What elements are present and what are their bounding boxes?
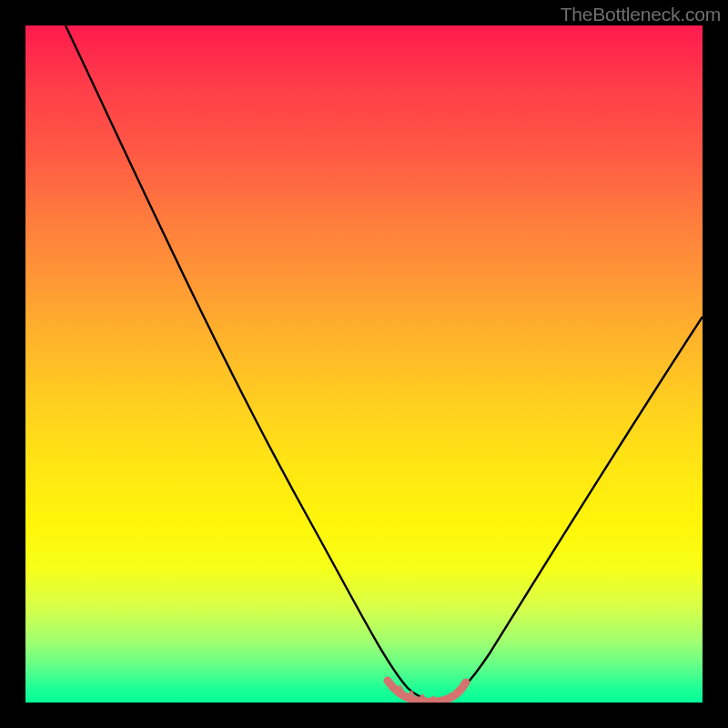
main-curve	[66, 25, 703, 701]
watermark-text: TheBottleneck.com	[561, 4, 721, 25]
chart-frame: TheBottleneck.com	[0, 0, 728, 728]
plot-area	[25, 25, 703, 703]
curve-layer	[25, 25, 703, 703]
